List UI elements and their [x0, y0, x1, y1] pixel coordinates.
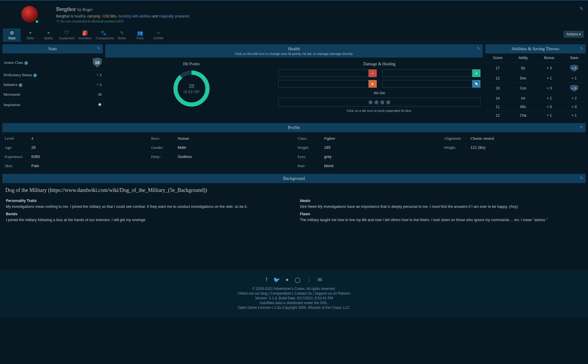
equipment-icon: 🛡: [59, 30, 74, 35]
tab-label: Skills: [26, 36, 34, 40]
blog-link[interactable]: Check out our blog: [238, 291, 268, 296]
ability-score: 12: [485, 111, 510, 120]
character-avatar[interactable]: [21, 6, 38, 22]
stat-row-prof: Proficiency Bonusi + 2: [2, 70, 103, 80]
hitdie-icon[interactable]: [386, 100, 390, 104]
status-prepared[interactable]: magically prepared: [159, 14, 189, 18]
col-save: Save: [563, 53, 586, 63]
info-icon[interactable]: i: [24, 61, 28, 65]
profile-label: Skin:: [5, 164, 31, 168]
patreon-link[interactable]: Support us on Patreon: [315, 291, 350, 296]
profile-panel-header: Profile ✎: [2, 123, 586, 132]
damage-minus-button[interactable]: −: [368, 69, 377, 77]
actions-dropdown[interactable]: Actions ▾: [563, 31, 584, 38]
rss-icon[interactable]: ⋮: [306, 277, 312, 283]
damage-input-group: −: [278, 69, 377, 77]
tab-label: Exhibit: [153, 36, 163, 40]
heal-input[interactable]: [382, 69, 472, 77]
tab-equipment[interactable]: 🛡Equipment: [58, 28, 76, 42]
compendium-link[interactable]: Compendium: [270, 291, 291, 296]
edit-icon[interactable]: ✎: [97, 46, 100, 51]
info-icon[interactable]: i: [33, 74, 37, 77]
avatar-wrap: [3, 6, 56, 24]
ability-score: 14: [485, 94, 510, 103]
damage2-input[interactable]: [278, 80, 368, 88]
status-prefix: Bergthor is: [56, 14, 74, 18]
profile-column: Alignment:Chaotic neutralWeight:121 (lbs…: [444, 134, 584, 170]
info-icon[interactable]: i: [19, 83, 22, 87]
status-line: Bergthor is healthy, carrying ~139.5lbs,…: [56, 14, 579, 18]
ac-label: Armor Class: [4, 60, 23, 65]
mail-icon[interactable]: ✉: [318, 277, 322, 283]
tab-stats[interactable]: ⚙Stats: [3, 28, 21, 42]
facebook-icon[interactable]: f: [266, 277, 267, 283]
status-end: .: [189, 14, 190, 18]
profile-value: blond: [324, 164, 334, 168]
status-carrying[interactable]: carrying ~139.5lbs: [87, 14, 116, 18]
status-healthy[interactable]: healthy: [74, 14, 85, 18]
temp-hp-input[interactable]: [382, 80, 472, 88]
stats-panel-header: Stats ✎: [2, 44, 103, 53]
reddit-icon[interactable]: ●: [286, 277, 289, 283]
hitdie-icon[interactable]: [368, 100, 373, 104]
profile-value: Godless: [178, 154, 192, 159]
profile-label: Deity:: [151, 154, 178, 159]
tab-skills[interactable]: ✦Skills: [21, 28, 39, 42]
profile-label: Experience:: [5, 154, 31, 159]
connection-text: You are connected to identical-centaur-e…: [60, 19, 124, 23]
ability-name: Int: [510, 94, 536, 103]
autofill-post: .: [327, 301, 328, 305]
tab-notes[interactable]: ✎Notes: [113, 28, 131, 42]
ogl-line: Open Game License v 1.0a Copyright 2000,…: [3, 306, 585, 310]
tab-label: Party: [136, 36, 144, 40]
profile-value: Human: [178, 136, 189, 141]
abilities-table: Score Ability Bonus Save 17Str+ 3+ 512De…: [485, 53, 586, 120]
github-icon[interactable]: ◯: [295, 277, 301, 283]
profile-label: Class:: [298, 136, 324, 141]
profile-value: 28: [31, 145, 35, 150]
damage-input[interactable]: [278, 69, 368, 77]
save-shield: + 5: [570, 85, 578, 92]
stats-panel: Stats ✎ Armor Classi 19 Proficiency Bonu…: [2, 44, 103, 120]
tab-companions[interactable]: 🐾Companions: [95, 28, 112, 42]
contact-link[interactable]: Contact Us: [294, 291, 312, 296]
hitdie-icon[interactable]: [374, 100, 379, 104]
hitdie-box: [278, 98, 480, 107]
hitdie-icon[interactable]: [380, 100, 384, 104]
twitter-icon[interactable]: 🐦: [273, 277, 280, 283]
tab-inventory[interactable]: 🎒Inventory: [76, 28, 94, 42]
ability-row: 14Int+ 2+ 2: [485, 94, 586, 103]
edit-icon[interactable]: ✎: [580, 125, 583, 130]
ability-bonus: + 2: [536, 94, 563, 103]
profile-label: Race:: [151, 136, 178, 141]
heal-plus-button[interactable]: +: [472, 69, 480, 77]
profile-value: 6360: [31, 154, 40, 159]
damage2-button[interactable]: ▾: [368, 80, 377, 88]
ability-save: + 0: [563, 103, 586, 111]
tab-exhibit[interactable]: ✧Exhibit: [150, 28, 167, 42]
temp-hp-input-group: ✎: [382, 80, 480, 88]
ability-name: Con: [510, 83, 536, 94]
tab-party[interactable]: 👥Party: [131, 28, 149, 42]
background-heading: Personality Traits: [6, 199, 288, 203]
edit-icon[interactable]: ✎: [477, 46, 480, 51]
tab-label: Spells: [44, 36, 53, 40]
profile-value: 4: [31, 136, 33, 141]
character-name-line: Bergthor by Roger: [56, 6, 579, 12]
background-panel-header: Background ✎: [2, 174, 586, 183]
profile-label: Eyes:: [298, 154, 324, 159]
tab-label: Companions: [96, 36, 114, 40]
profile-panel: Profile ✎ Level:4Age:28Experience:6360Sk…: [2, 123, 586, 170]
health-title: Health: [288, 46, 300, 51]
edit-icon[interactable]: ✎: [580, 176, 583, 181]
edit-icon[interactable]: ✎: [580, 46, 583, 51]
version-line: Version: 3.1.0, Build Date: 9/17/2022, 8…: [3, 296, 585, 300]
temp-hp-button[interactable]: ✎: [472, 80, 480, 88]
status-bursting[interactable]: bursting with abilities: [118, 14, 151, 18]
ability-bonus: + 1: [536, 74, 563, 83]
ogl-link[interactable]: OGL: [320, 301, 327, 305]
inspiration-icon[interactable]: ✸: [98, 102, 102, 107]
tab-spells[interactable]: ✶Spells: [40, 28, 57, 42]
edit-header-icon[interactable]: ✎: [579, 6, 585, 12]
profile-grid: Level:4Age:28Experience:6360Skin:PaleRac…: [2, 132, 586, 170]
